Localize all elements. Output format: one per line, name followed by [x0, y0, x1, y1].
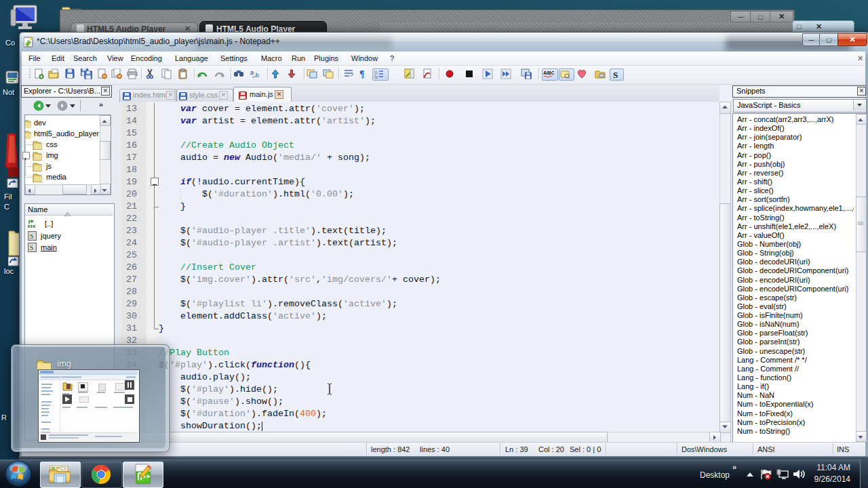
svg-text:1: 1 [376, 70, 378, 75]
svg-text:S: S [30, 232, 34, 240]
svg-text:ABC: ABC [543, 70, 554, 76]
svg-text:S: S [30, 244, 34, 251]
svg-text:a: a [250, 69, 254, 76]
svg-text:2: 2 [376, 75, 378, 79]
svg-text:¶: ¶ [359, 69, 365, 79]
svg-text:S: S [613, 70, 618, 80]
